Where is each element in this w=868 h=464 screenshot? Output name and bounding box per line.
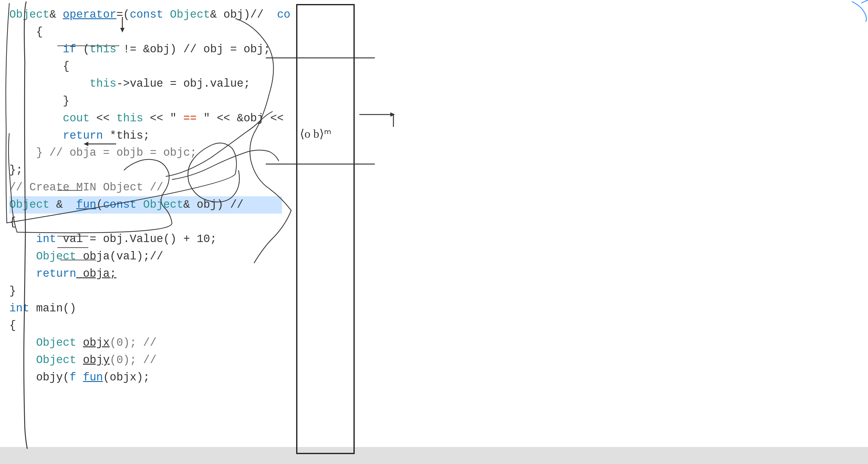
code-line-line12: Object & fun(const Object& obj) //: [9, 196, 282, 213]
code-line-line1: Object& operator=(const Object& obj)// c…: [9, 6, 282, 24]
code-line-line16: return obja;: [9, 265, 282, 283]
code-line-line7: cout << this << " == " << &obj << endl;: [9, 110, 282, 127]
code-line-line21: Object objy(0); //: [9, 352, 282, 369]
code-line-line2: {: [9, 24, 282, 41]
code-line-line13: {: [9, 213, 282, 231]
code-line-line9: } // obja = objb = objc;: [9, 144, 282, 162]
code-line-line17: }: [9, 283, 282, 300]
code-line-line14: int val = obj.Value() + 10;: [9, 231, 282, 248]
code-line-line22: objy(f fun(objx);: [9, 369, 282, 386]
drawing-area: [291, 0, 868, 464]
code-line-line20: Object objx(0); //: [9, 334, 282, 352]
code-display: Object& operator=(const Object& obj)// c…: [0, 0, 291, 464]
code-line-line18: int main(): [9, 300, 282, 317]
code-line-line10: };: [9, 162, 282, 179]
code-line-line15: Object obja(val);//: [9, 248, 282, 265]
code-line-line19: {: [9, 317, 282, 334]
code-line-line3: if (this != &obj) // obj = obj;: [9, 41, 282, 58]
code-line-line6: }: [9, 93, 282, 110]
code-line-line8: return *this;: [9, 127, 282, 144]
code-line-line5: this->value = obj.value;: [9, 75, 282, 93]
status-bar: [0, 447, 868, 464]
code-line-line4: {: [9, 58, 282, 75]
code-line-line11: // Create MIN Object //: [9, 179, 282, 196]
